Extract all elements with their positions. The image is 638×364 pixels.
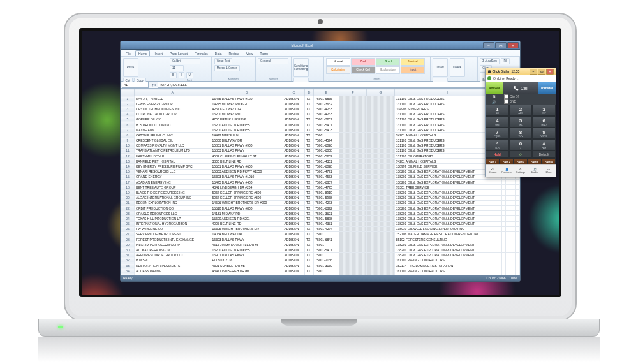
italic-button[interactable]: I xyxy=(179,72,184,78)
dialer-tool-contacts[interactable]: 👤Contacts xyxy=(500,165,514,177)
table-row[interactable]: 28FOREST PRODUCTS INTL EXCHANGE15303 DAL… xyxy=(121,237,520,242)
row-header[interactable]: 8 xyxy=(121,133,135,138)
dialer-minimize-button[interactable]: – xyxy=(530,69,537,75)
cell[interactable]: TX xyxy=(305,117,314,122)
cell-redacted[interactable]: xxxxxxxxxxxx xyxy=(339,190,367,195)
row-header[interactable]: 29 xyxy=(121,242,135,247)
table-row[interactable]: 11TRANS ATLANTIC PETROLEUM LTD16803 DALL… xyxy=(121,148,520,153)
cell[interactable]: TX xyxy=(305,143,314,148)
speaker-icon[interactable]: 🔊 xyxy=(492,100,496,104)
table-row[interactable]: 35ATX WINDOWS·DOORS4901 KELLER SPRINGS R… xyxy=(121,273,520,275)
cell[interactable]: 75001 xyxy=(314,252,339,258)
cell-redacted[interactable]: xxxxxxxxxxxx xyxy=(367,205,395,210)
cell-redacted[interactable]: xxxxxxxxxxxx xyxy=(367,231,395,237)
cell[interactable]: TX xyxy=(305,185,314,190)
row-header[interactable]: 16 xyxy=(121,174,135,179)
cell[interactable]: 138201 OIL & GAS EXPLORATION & DEVELOPME… xyxy=(394,205,501,210)
row-header[interactable]: 7 xyxy=(121,127,135,133)
row-header[interactable]: 30 xyxy=(121,247,135,252)
cell-redacted[interactable]: xxxxxxxxxxxx xyxy=(367,273,395,275)
cell[interactable]: 75001-5878 xyxy=(314,216,339,221)
cell[interactable]: 152114 FIRE DAMAGE RESTORATION xyxy=(394,263,501,268)
cell-redacted[interactable]: xxxxxxxxxxxx xyxy=(367,169,395,174)
cell[interactable]: TX xyxy=(305,190,314,195)
cell[interactable]: ADDISON xyxy=(283,226,305,231)
key-8[interactable]: 8TUV xyxy=(509,127,533,139)
cell[interactable]: 75001-6835 xyxy=(314,96,339,101)
cell[interactable]: 75001-4594 xyxy=(314,138,339,143)
cell[interactable]: TX xyxy=(305,159,314,164)
cell[interactable]: ADDISON xyxy=(283,231,305,237)
cell[interactable]: TX xyxy=(305,258,314,263)
cell[interactable]: 16475 DALLAS PKWY #400 xyxy=(211,180,283,185)
cell[interactable]: ADDISON xyxy=(283,252,305,258)
cell[interactable]: TX xyxy=(305,211,314,216)
cell[interactable]: ADDISON xyxy=(283,195,305,200)
table-row[interactable]: 3ORYON TECHNOLOGIES INC4251 KELLWAY CIRA… xyxy=(121,106,520,112)
cell-redacted[interactable]: xxxxxxxxxxxx xyxy=(339,101,367,106)
cell-redacted[interactable]: xxxxxxxxxxxx xyxy=(339,138,367,143)
cell-redacted[interactable]: xxxxxxxxxxxx xyxy=(339,117,367,122)
cell-redacted[interactable]: xxxxxxxxxxxx xyxy=(339,226,367,231)
cell[interactable]: 75001-5958 xyxy=(314,195,339,200)
cell[interactable]: I-W WIRELINE CO xyxy=(135,226,211,231)
table-row[interactable]: 2LEWIS ENERGY GROUP14275 MIDWAY RD #220A… xyxy=(121,101,520,106)
row-header[interactable]: 25 xyxy=(121,221,135,226)
hold-button[interactable]: Hold xyxy=(486,150,509,158)
cell[interactable]: PILGRIM PETROLEUM CORP xyxy=(135,242,211,247)
table-row[interactable]: 34ACCESS PAVING4341 LINDBERGH DR #BADDIS… xyxy=(121,268,520,273)
cell[interactable]: 75001 xyxy=(314,133,339,138)
cell-redacted[interactable]: xxxxxxxxxxxx xyxy=(367,216,395,221)
cell[interactable]: ATX WINDOWS·DOORS xyxy=(135,273,211,275)
style-calculation[interactable]: Calculation xyxy=(326,66,350,74)
cell-redacted[interactable]: xxxxxxxxxxxx xyxy=(339,247,367,252)
cell[interactable]: 16200 MIDWAY RD xyxy=(211,112,283,117)
col-header[interactable]: E xyxy=(314,89,339,96)
cell[interactable]: 75001-4233 xyxy=(314,106,339,112)
table-row[interactable]: 1RAY JR, FARRELL16475 DALLAS PKWY #120AD… xyxy=(121,96,520,101)
table-row[interactable]: 23ORACLE RESOURCES LLC14131 MIDWAY RDADD… xyxy=(121,211,520,216)
cell[interactable]: COTRONEO AUTO GROUP xyxy=(135,112,211,117)
col-header[interactable]: F xyxy=(339,89,367,96)
style-good[interactable]: Good xyxy=(376,58,400,66)
cell[interactable]: 75001-5252 xyxy=(314,154,339,159)
cell[interactable]: ADDISON xyxy=(283,185,305,190)
cell[interactable]: 75001-6008 xyxy=(314,148,339,153)
cell-redacted[interactable]: xxxxxxxxxxxx xyxy=(367,268,395,273)
cell[interactable]: TX xyxy=(305,200,314,205)
cell-redacted[interactable]: xxxxxxxxxxxx xyxy=(339,159,367,164)
cell[interactable]: TX xyxy=(305,122,314,127)
row-header[interactable]: 27 xyxy=(121,231,135,237)
cell-redacted[interactable]: xxxxxxxxxxxx xyxy=(367,101,395,106)
style-neutral[interactable]: Neutral xyxy=(401,58,425,66)
key-4[interactable]: 4GHI xyxy=(486,116,509,127)
cell-redacted[interactable]: xxxxxxxxxxxx xyxy=(339,205,367,210)
cell[interactable]: ADDISON xyxy=(283,133,305,138)
cell-redacted[interactable]: xxxxxxxxxxxx xyxy=(367,159,395,164)
cell[interactable]: 5057 KELLER SPRINGS RD #300 xyxy=(211,190,283,195)
cell-redacted[interactable]: xxxxxxxxxxxx xyxy=(339,154,367,159)
cell-redacted[interactable]: xxxxxxxxxxxx xyxy=(339,216,367,221)
cell[interactable]: 138201 OIL & GAS EXPLORATION & DEVELOPME… xyxy=(394,190,501,195)
cell[interactable]: 75001-4273 xyxy=(314,200,339,205)
col-header[interactable]: G xyxy=(367,89,395,96)
cell[interactable]: TX xyxy=(305,226,314,231)
cell[interactable]: TX xyxy=(305,174,314,179)
cell[interactable]: ADDISON xyxy=(283,122,305,127)
cell[interactable]: 4750 FRANK LUKE DR xyxy=(211,117,283,122)
cell-redacted[interactable]: xxxxxxxxxxxx xyxy=(367,143,395,148)
cell[interactable]: 4582 CLAIRE CHENNAULT ST xyxy=(211,154,283,159)
style-bad[interactable]: Bad xyxy=(351,58,375,66)
cell-redacted[interactable]: xxxxxxxxxxxx xyxy=(339,174,367,179)
cell[interactable]: TX xyxy=(305,273,314,275)
cell-redacted[interactable]: xxxxxxxxxxxx xyxy=(367,127,395,133)
cell-redacted[interactable]: xxxxxxxxxxxx xyxy=(367,237,395,242)
row-header[interactable]: 10 xyxy=(121,143,135,148)
dialer-tool-media[interactable]: 🎵Media xyxy=(528,165,542,177)
cell[interactable]: 138201 OIL & GAS EXPLORATION & DEVELOPME… xyxy=(394,211,501,216)
bold-button[interactable]: B xyxy=(170,72,177,78)
cell-redacted[interactable]: xxxxxxxxxxxx xyxy=(339,185,367,190)
clip-off-checkbox[interactable]: Clip Off xyxy=(504,94,554,99)
cell[interactable]: 161101 PAVING CONTRACTORS xyxy=(394,258,501,263)
dialer-maximize-button[interactable]: ▭ xyxy=(538,69,545,75)
